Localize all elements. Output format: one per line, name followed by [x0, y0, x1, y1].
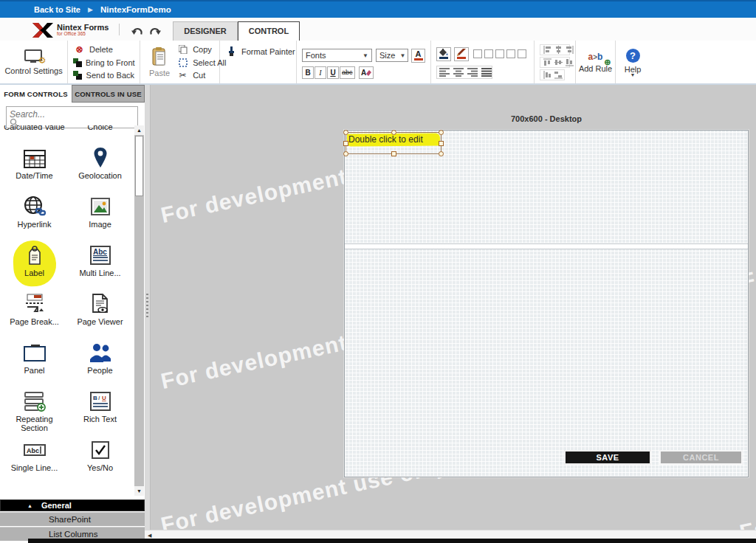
redo-button[interactable] — [148, 27, 162, 38]
form-section-top[interactable]: Double click to edit — [345, 131, 748, 244]
font-family-select[interactable]: Fonts ▼ — [302, 49, 372, 62]
control-settings-button[interactable]: ⚙ Control Settings — [1, 43, 66, 82]
resize-handle-w[interactable] — [343, 141, 348, 146]
align-controls-center-icon[interactable] — [554, 46, 563, 54]
control-item-page-viewer[interactable]: Page Viewer — [67, 289, 133, 338]
align-controls-middle-icon[interactable] — [554, 58, 563, 66]
align-controls-bottom-icon[interactable] — [566, 58, 574, 66]
delete-button[interactable]: ⊗ Delete — [73, 43, 134, 56]
globe-link-icon — [24, 195, 46, 218]
calendar-icon — [24, 146, 46, 170]
save-button[interactable]: SAVE — [564, 450, 651, 465]
align-center-button[interactable] — [453, 68, 464, 77]
send-to-back-button[interactable]: Send to Back — [73, 69, 134, 82]
control-item-label-text: Label — [24, 269, 44, 277]
border-style-thin[interactable] — [484, 49, 493, 58]
cut-button[interactable]: ✂ Cut — [176, 69, 226, 82]
add-rule-button[interactable]: a>b ⊕ Add Rule — [575, 43, 616, 82]
controls-scrollbar[interactable]: ▲ ▼ — [134, 125, 144, 496]
title-bar: Back to Site ▶ NintexFormDemo — [0, 0, 756, 18]
control-item-yes-no[interactable]: Yes/No — [67, 435, 133, 484]
scroll-left-icon[interactable]: ◀ — [148, 533, 151, 539]
control-item-geolocation[interactable]: Geolocation — [67, 143, 133, 192]
control-item-hyperlink[interactable]: Hyperlink — [1, 192, 67, 241]
font-size-select[interactable]: Size ▼ — [376, 49, 408, 62]
cancel-button[interactable]: CANCEL — [659, 450, 743, 465]
tab-form-controls[interactable]: FORM CONTROLS — [0, 85, 72, 103]
border-style-thick[interactable] — [506, 49, 515, 58]
control-item-label[interactable]: Label — [1, 241, 67, 289]
paste-button[interactable]: Paste — [145, 43, 173, 82]
clear-format-button[interactable]: A — [359, 66, 374, 79]
control-item-page-break[interactable]: Page Break... — [1, 289, 67, 338]
resize-handle-s[interactable] — [391, 151, 396, 156]
control-item-date-time[interactable]: Date/Time — [1, 143, 67, 192]
control-item-repeating-section[interactable]: Repeating Section — [1, 387, 67, 435]
resize-handle-e[interactable] — [439, 141, 444, 146]
align-right-button[interactable] — [467, 68, 478, 77]
tab-designer[interactable]: DESIGNER — [173, 21, 237, 41]
border-style-medium[interactable] — [495, 49, 504, 58]
tab-control[interactable]: CONTROL — [238, 21, 300, 41]
copy-button[interactable]: Copy — [176, 43, 226, 56]
repeating-section-icon — [24, 390, 46, 413]
scroll-down-icon[interactable]: ▼ — [134, 486, 144, 496]
control-item-multi-line[interactable]: Abc Multi Line... — [67, 241, 133, 289]
rich-text-icon: BIU — [90, 390, 111, 413]
align-left-button[interactable] — [439, 68, 450, 77]
tab-controls-in-use[interactable]: CONTROLS IN USE — [72, 85, 145, 103]
resize-handle-nw[interactable] — [343, 130, 348, 135]
label-text[interactable]: Double click to edit — [348, 134, 423, 145]
format-painter-button[interactable]: Format Painter — [225, 45, 295, 58]
underline-button[interactable]: U — [327, 66, 339, 79]
selected-label-control[interactable]: Double click to edit — [346, 132, 441, 154]
help-button[interactable]: ? Help ▼ — [621, 43, 645, 82]
back-to-site-link[interactable]: Back to Site — [34, 5, 80, 14]
bold-button[interactable]: B — [302, 66, 314, 79]
strikethrough-button[interactable]: abc — [340, 66, 355, 79]
align-controls-right-icon[interactable] — [566, 46, 574, 54]
scrollbar-thumb[interactable] — [135, 136, 143, 196]
align-justify-button[interactable] — [481, 68, 492, 77]
resize-handle-sw[interactable] — [343, 151, 348, 156]
border-color-button[interactable] — [454, 47, 469, 61]
align-controls-top-icon[interactable] — [543, 58, 551, 66]
scroll-up-icon[interactable]: ▲ — [134, 125, 144, 135]
accordion-sharepoint-label: SharePoint — [49, 515, 91, 524]
horizontal-scrollbar[interactable]: ◀ — [145, 530, 756, 539]
distribute-horizontal-icon[interactable] — [543, 71, 551, 79]
search-input[interactable] — [7, 108, 137, 120]
bring-to-front-button[interactable]: Bring to Front — [73, 56, 134, 69]
control-settings-icon: ⚙ — [24, 49, 44, 64]
resize-handle-se[interactable] — [439, 151, 444, 156]
fill-color-button[interactable] — [436, 47, 451, 61]
font-color-button[interactable]: A — [411, 49, 425, 63]
accordion-general[interactable]: ▲ General — [0, 499, 145, 511]
undo-button[interactable] — [131, 27, 144, 38]
form-controls-panel: FORM CONTROLS CONTROLS IN USE fx Calcula… — [0, 85, 145, 543]
control-item-label: Hyperlink — [18, 220, 52, 229]
accordion-sharepoint[interactable]: SharePoint — [0, 512, 145, 526]
form-section-bottom[interactable]: SAVE CANCEL — [345, 249, 748, 477]
border-style-double[interactable] — [518, 49, 526, 58]
control-item-single-line[interactable]: Abc Single Line... — [1, 435, 67, 484]
panel-splitter[interactable] — [145, 85, 151, 530]
control-item-choice[interactable]: Choice — [67, 125, 133, 143]
control-item-label: Geolocation — [78, 171, 122, 180]
resize-handle-n[interactable] — [391, 130, 396, 135]
select-all-button[interactable]: Select All — [176, 56, 226, 69]
resize-handle-ne[interactable] — [439, 130, 444, 135]
align-controls-left-icon[interactable] — [543, 46, 551, 54]
control-item-panel[interactable]: Panel — [1, 338, 67, 387]
control-item-label: Yes/No — [87, 463, 113, 472]
italic-button[interactable]: I — [315, 66, 326, 79]
border-style-none[interactable] — [473, 49, 482, 58]
control-item-calculated-value[interactable]: fx Calculated Value — [1, 125, 67, 143]
distribute-vertical-icon[interactable] — [554, 71, 563, 79]
ribbon-tabs: DESIGNER CONTROL — [173, 21, 300, 41]
control-item-people[interactable]: People — [67, 338, 133, 387]
form-canvas[interactable]: Double click to edit SAVE CANCEL — [344, 130, 749, 477]
control-item-image[interactable]: Image — [67, 192, 133, 241]
control-item-rich-text[interactable]: BIU Rich Text — [67, 387, 133, 435]
panel-icon — [24, 341, 46, 364]
